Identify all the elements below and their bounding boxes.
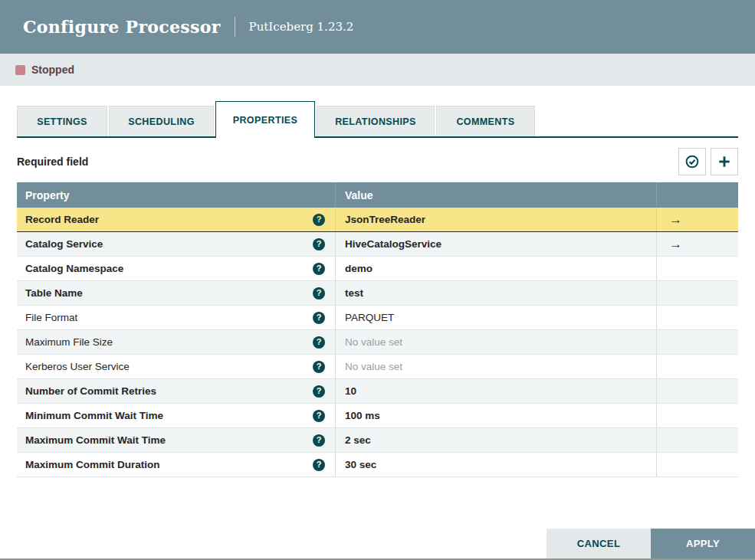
property-name: File Format — [25, 312, 77, 323]
help-icon[interactable] — [313, 434, 325, 447]
property-cell: Table Name — [17, 281, 335, 305]
property-cell: File Format — [17, 306, 335, 329]
verify-properties-button[interactable] — [678, 148, 706, 175]
table-header-row: Property Value — [17, 182, 738, 208]
value-cell[interactable]: 10 — [335, 379, 656, 403]
help-icon[interactable] — [313, 312, 325, 324]
property-cell: Catalog Service — [17, 232, 335, 256]
property-value: PARQUET — [345, 312, 394, 323]
stopped-status-icon — [15, 65, 25, 75]
actions-cell — [656, 208, 738, 231]
dialog-footer: CANCEL APPLY — [547, 529, 755, 558]
property-name: Kerberos User Service — [25, 361, 130, 372]
value-cell[interactable]: 30 sec — [335, 453, 656, 476]
column-header-value: Value — [335, 182, 656, 208]
property-name: Number of Commit Retries — [25, 385, 156, 397]
property-name: Maximum Commit Duration — [25, 459, 160, 470]
dialog-title: Configure Processor — [23, 17, 221, 37]
help-icon[interactable] — [313, 385, 325, 398]
apply-button[interactable]: APPLY — [651, 529, 755, 558]
add-property-icon — [717, 154, 732, 169]
help-icon[interactable] — [313, 238, 325, 251]
table-row-kerberos-user-service[interactable]: Kerberos User Service No value set — [17, 355, 738, 379]
properties-table: Property Value Record Reader JsonTreeRea… — [17, 182, 738, 477]
actions-cell — [656, 355, 738, 378]
table-row-minimum-commit-wait-time[interactable]: Minimum Commit Wait Time 100 ms — [17, 404, 738, 428]
go-to-service-icon[interactable] — [669, 237, 682, 251]
property-cell: Kerberos User Service — [17, 355, 335, 378]
value-cell[interactable]: 100 ms — [335, 404, 656, 427]
table-row-catalog-service[interactable]: Catalog Service HiveCatalogService — [17, 232, 738, 257]
processor-type-version: PutIceberg 1.23.2 — [249, 20, 354, 34]
property-value: No value set — [345, 336, 402, 348]
property-value: 100 ms — [345, 410, 380, 421]
status-bar: Stopped — [0, 54, 755, 86]
actions-cell — [656, 232, 738, 256]
property-value: 30 sec — [345, 459, 376, 470]
property-value: demo — [345, 263, 373, 274]
help-icon[interactable] — [313, 410, 325, 422]
configure-processor-dialog: Configure Processor PutIceberg 1.23.2 St… — [0, 0, 755, 477]
tab-relationships[interactable]: RELATIONSHIPS — [317, 106, 435, 136]
tab-settings[interactable]: SETTINGS — [17, 106, 107, 136]
value-cell[interactable]: No value set — [335, 355, 656, 378]
table-row-table-name[interactable]: Table Name test — [17, 281, 738, 306]
property-value: 2 sec — [345, 434, 371, 446]
property-value: test — [345, 287, 363, 299]
property-value: JsonTreeReader — [345, 214, 425, 225]
property-value: No value set — [345, 361, 402, 372]
value-cell[interactable]: demo — [335, 257, 656, 280]
property-cell: Catalog Namespace — [17, 257, 335, 280]
status-label: Stopped — [31, 64, 74, 76]
property-cell: Minimum Commit Wait Time — [17, 404, 335, 427]
property-name: Catalog Namespace — [25, 263, 123, 274]
table-row-catalog-namespace[interactable]: Catalog Namespace demo — [17, 257, 738, 281]
help-icon[interactable] — [313, 214, 325, 226]
table-row-file-format[interactable]: File Format PARQUET — [17, 306, 738, 330]
actions-cell — [656, 306, 738, 329]
table-row-maximum-file-size[interactable]: Maximum File Size No value set — [17, 330, 738, 355]
tab-properties[interactable]: PROPERTIES — [215, 101, 315, 138]
actions-cell — [656, 330, 738, 354]
property-name: Maximum File Size — [25, 336, 113, 348]
title-separator — [235, 17, 235, 37]
help-icon[interactable] — [313, 287, 325, 300]
help-icon[interactable] — [313, 336, 325, 349]
property-cell: Maximum Commit Duration — [17, 453, 335, 476]
help-icon[interactable] — [313, 459, 325, 471]
dialog-header: Configure Processor PutIceberg 1.23.2 — [0, 0, 755, 54]
value-cell[interactable]: test — [335, 281, 656, 305]
property-name: Maximum Commit Wait Time — [25, 434, 166, 446]
actions-cell — [656, 281, 738, 305]
property-name: Record Reader — [25, 214, 99, 225]
help-icon[interactable] — [313, 263, 325, 275]
tab-comments[interactable]: COMMENTS — [436, 106, 535, 136]
actions-cell — [656, 379, 738, 403]
property-value: 10 — [345, 385, 356, 397]
property-name: Minimum Commit Wait Time — [25, 410, 163, 421]
property-cell: Number of Commit Retries — [17, 379, 335, 403]
value-cell[interactable]: HiveCatalogService — [335, 232, 656, 256]
value-cell[interactable]: 2 sec — [335, 428, 656, 452]
table-row-record-reader[interactable]: Record Reader JsonTreeReader — [17, 208, 738, 232]
value-cell[interactable]: No value set — [335, 330, 656, 354]
table-row-maximum-commit-duration[interactable]: Maximum Commit Duration 30 sec — [17, 453, 738, 477]
go-to-service-icon[interactable] — [669, 213, 682, 226]
table-row-number-of-commit-retries[interactable]: Number of Commit Retries 10 — [17, 379, 738, 404]
actions-cell — [656, 428, 738, 452]
property-name: Catalog Service — [25, 238, 103, 250]
actions-cell — [656, 257, 738, 280]
add-property-button[interactable] — [711, 148, 738, 175]
property-value: HiveCatalogService — [345, 238, 442, 250]
value-cell[interactable]: JsonTreeReader — [335, 208, 656, 231]
property-name: Table Name — [25, 287, 83, 299]
help-icon[interactable] — [313, 361, 325, 373]
tab-scheduling[interactable]: SCHEDULING — [109, 106, 214, 136]
property-cell: Maximum Commit Wait Time — [17, 428, 335, 452]
verify-properties-icon — [684, 154, 700, 169]
cancel-button[interactable]: CANCEL — [547, 529, 651, 558]
table-row-maximum-commit-wait-time[interactable]: Maximum Commit Wait Time 2 sec — [17, 428, 738, 453]
column-header-actions — [656, 182, 738, 208]
value-cell[interactable]: PARQUET — [335, 306, 656, 329]
tab-bar: SETTINGS SCHEDULING PROPERTIES RELATIONS… — [17, 100, 738, 138]
